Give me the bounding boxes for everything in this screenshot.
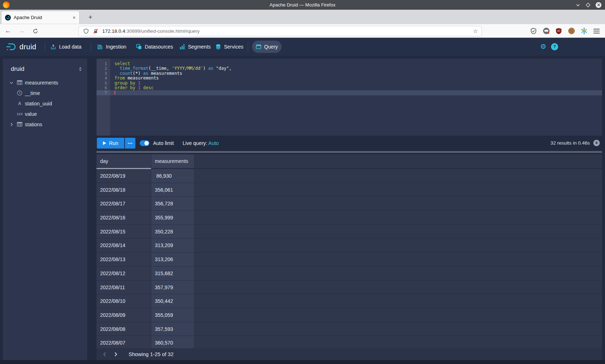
cell-measurements[interactable]: 350,228 bbox=[151, 225, 194, 239]
more-options-button[interactable]: ••• bbox=[125, 138, 135, 149]
schema-selector[interactable]: druid bbox=[3, 64, 87, 74]
prev-page-icon[interactable] bbox=[102, 351, 108, 357]
tree-item-value[interactable]: 123 value bbox=[3, 109, 87, 119]
cell-day[interactable]: 2022/08/14 bbox=[97, 238, 151, 252]
url-bar[interactable]: 172.18.0.4:30899/unified-console.html#qu… bbox=[79, 26, 482, 36]
toggle-knob bbox=[144, 141, 149, 145]
live-query-value[interactable]: Auto bbox=[209, 140, 219, 146]
menu-hamburger-icon[interactable] bbox=[590, 28, 603, 34]
insecure-lock-icon[interactable] bbox=[93, 28, 99, 34]
line-code[interactable]: group by 1 bbox=[110, 81, 140, 86]
tree-item-stations[interactable]: stations bbox=[3, 119, 87, 129]
back-button[interactable]: ← bbox=[3, 24, 13, 38]
minimize-icon[interactable] bbox=[575, 3, 581, 8]
new-tab-button[interactable]: + bbox=[86, 13, 95, 22]
cookie-extension-icon[interactable] bbox=[565, 27, 578, 35]
logo-text: druid bbox=[19, 43, 36, 51]
cell-measurements[interactable]: 357,979 bbox=[151, 281, 194, 295]
line-code[interactable]: order by 1 desc bbox=[110, 86, 153, 90]
editor-line[interactable]: 5group by 1 bbox=[97, 81, 602, 86]
forward-button[interactable]: → bbox=[17, 24, 27, 38]
download-results-icon[interactable] bbox=[593, 140, 600, 148]
line-code[interactable]: time_format(__time, 'YYYY/MM/dd') as "da… bbox=[110, 66, 232, 71]
sql-editor[interactable]: 1select2 time_format(__time, 'YYYY/MM/dd… bbox=[97, 59, 602, 136]
druid-logo[interactable]: druid bbox=[6, 38, 36, 56]
run-bar: Run ••• Auto limit Live query: Auto 32 r… bbox=[97, 138, 602, 149]
nav-query[interactable]: Query bbox=[252, 41, 282, 53]
tracking-shield-icon[interactable] bbox=[83, 28, 89, 34]
chevron-right-icon[interactable] bbox=[9, 122, 14, 127]
line-code[interactable]: from measurements bbox=[110, 76, 159, 81]
cell-day[interactable]: 2022/08/17 bbox=[97, 197, 151, 211]
cell-day[interactable]: 2022/08/08 bbox=[97, 322, 151, 336]
ublock-extension-icon[interactable]: uO bbox=[552, 28, 565, 35]
nav-load-data[interactable]: Load data bbox=[50, 38, 81, 56]
mask-extension-icon[interactable] bbox=[540, 27, 552, 35]
tree-item-station-uuid[interactable]: A station_uuid bbox=[3, 98, 87, 109]
cell-measurements[interactable]: 356,728 bbox=[151, 197, 194, 211]
cell-day[interactable]: 2022/08/18 bbox=[97, 183, 151, 197]
maximize-icon[interactable] bbox=[586, 3, 591, 8]
nav-datasources[interactable]: Datasources bbox=[136, 38, 173, 56]
tree-item-measurements[interactable]: measurements bbox=[3, 77, 87, 88]
cell-measurements[interactable]: 315,682 bbox=[151, 267, 194, 281]
window-controls bbox=[575, 0, 601, 10]
url-path: :30899/unified-console.html#query bbox=[125, 28, 200, 34]
column-header-day[interactable]: day bbox=[97, 154, 151, 169]
editor-line[interactable]: 6order by 1 desc bbox=[97, 86, 602, 90]
cell-measurements[interactable]: 360,570 bbox=[151, 336, 194, 348]
cell-day[interactable]: 2022/08/09 bbox=[97, 308, 151, 322]
editor-line[interactable]: 4from measurements bbox=[97, 76, 602, 81]
cell-measurements[interactable]: 355,999 bbox=[151, 211, 194, 225]
live-query-label: Live query: bbox=[183, 140, 209, 146]
editor-line[interactable]: 7 bbox=[97, 90, 602, 95]
auto-limit-toggle[interactable] bbox=[140, 140, 149, 146]
cell-measurements[interactable]: 313,206 bbox=[151, 252, 194, 267]
cell-day[interactable]: 2022/08/07 bbox=[97, 336, 151, 348]
column-header-measurements[interactable]: measurements bbox=[151, 154, 194, 169]
nav-services[interactable]: Services bbox=[215, 38, 243, 56]
shield-extension-icon[interactable] bbox=[527, 28, 540, 35]
nav-segments[interactable]: Segments bbox=[179, 38, 211, 56]
cell-measurements[interactable]: 86,930 bbox=[151, 169, 194, 183]
cell-measurements[interactable]: 350,442 bbox=[151, 294, 194, 308]
cell-day[interactable]: 2022/08/19 bbox=[97, 169, 151, 183]
next-page-icon[interactable] bbox=[113, 351, 118, 357]
cell-measurements[interactable]: 356,061 bbox=[151, 183, 194, 197]
cell-day[interactable]: 2022/08/10 bbox=[97, 294, 151, 308]
sparkle-extension-icon[interactable] bbox=[578, 27, 590, 35]
run-button[interactable]: Run bbox=[97, 138, 124, 149]
editor-line[interactable]: 2 time_format(__time, 'YYYY/MM/dd') as "… bbox=[97, 66, 602, 71]
table-icon bbox=[17, 80, 23, 85]
cell-day[interactable]: 2022/08/16 bbox=[97, 211, 151, 225]
nav-ingestion[interactable]: Ingestion bbox=[97, 38, 126, 56]
window-title: Apache Druid — Mozilla Firefox bbox=[0, 0, 605, 10]
url-text[interactable]: 172.18.0.4:30899/unified-console.html#qu… bbox=[102, 28, 200, 34]
cell-empty bbox=[194, 238, 602, 252]
cell-day[interactable]: 2022/08/13 bbox=[97, 252, 151, 267]
line-code[interactable] bbox=[110, 90, 115, 95]
close-window-icon[interactable] bbox=[596, 2, 601, 8]
help-icon[interactable]: ? bbox=[551, 43, 558, 50]
settings-gear-icon[interactable]: ⚙ bbox=[540, 42, 546, 51]
line-code[interactable]: count(*) as measurements bbox=[110, 71, 182, 76]
cell-day[interactable]: 2022/08/11 bbox=[97, 281, 151, 295]
results-summary: 32 results in 0.46s bbox=[550, 138, 590, 149]
tab-close-icon[interactable]: × bbox=[73, 15, 76, 20]
live-query-control[interactable]: Live query: Auto bbox=[183, 138, 219, 149]
bookmark-star-icon[interactable]: ☆ bbox=[473, 28, 478, 35]
editor-line[interactable]: 1select bbox=[97, 62, 602, 66]
cell-measurements[interactable]: 357,593 bbox=[151, 322, 194, 336]
nav-label: Query bbox=[264, 44, 278, 50]
browser-tab[interactable]: Apache Druid × bbox=[1, 11, 79, 24]
editor-line[interactable]: 3 count(*) as measurements bbox=[97, 71, 602, 76]
line-code[interactable]: select bbox=[110, 62, 130, 66]
chevron-down-icon[interactable] bbox=[9, 81, 14, 85]
cell-day[interactable]: 2022/08/15 bbox=[97, 225, 151, 239]
cell-measurements[interactable]: 313,209 bbox=[151, 238, 194, 252]
panel-resize-divider[interactable] bbox=[97, 151, 602, 153]
tree-item-time[interactable]: __time bbox=[3, 88, 87, 98]
cell-day[interactable]: 2022/08/12 bbox=[97, 267, 151, 281]
reload-button[interactable] bbox=[30, 24, 40, 38]
cell-measurements[interactable]: 355,059 bbox=[151, 308, 194, 322]
